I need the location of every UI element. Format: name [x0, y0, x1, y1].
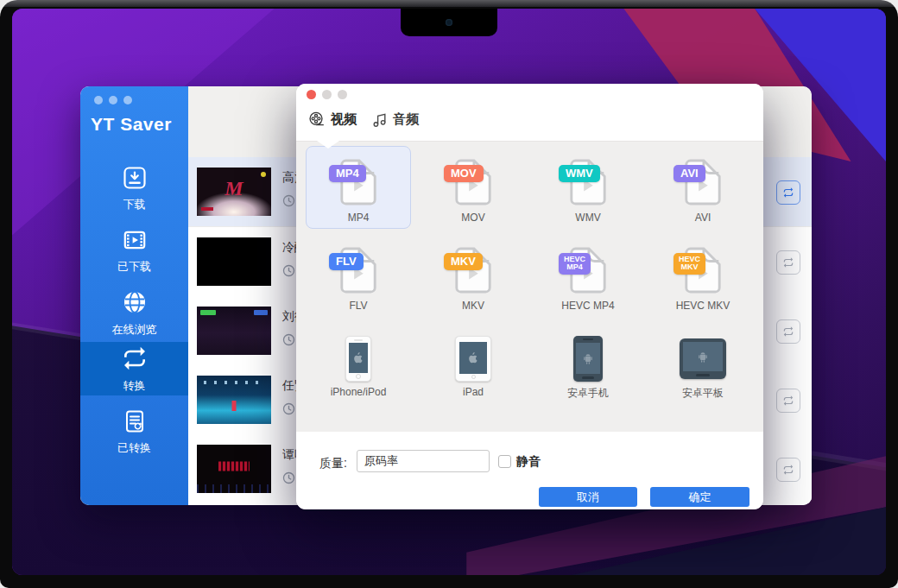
- sidebar-item-label: 在线浏览: [112, 322, 157, 338]
- sidebar-item-converted[interactable]: 已转换: [80, 404, 188, 459]
- format-card-mov[interactable]: MOV MOV: [421, 147, 525, 228]
- repeat-icon: [782, 395, 794, 407]
- sidebar-item-convert[interactable]: 转换: [80, 342, 188, 395]
- format-badge: MP4: [329, 165, 366, 182]
- ok-button[interactable]: 确定: [650, 487, 749, 507]
- ipad-icon: [455, 336, 491, 382]
- format-badge: MKV: [444, 253, 483, 270]
- window-controls: [94, 96, 132, 104]
- video-thumbnail: M: [197, 168, 271, 216]
- sidebar: YT Saver 下载: [80, 86, 188, 505]
- quality-label: 质量:: [319, 456, 347, 471]
- android-phone-icon: [573, 336, 603, 382]
- file-icon: HEVC MKV: [682, 245, 724, 295]
- sidebar-item-browse[interactable]: 在线浏览: [80, 285, 188, 340]
- device-card-ipad[interactable]: iPad: [421, 323, 525, 404]
- device-card-iphone[interactable]: iPhone/iPod: [307, 323, 410, 404]
- format-label: MKV: [462, 300, 484, 312]
- minimize-button[interactable]: [109, 96, 117, 104]
- format-label: WMV: [575, 212, 600, 224]
- download-icon: [122, 165, 148, 191]
- format-badge: WMV: [559, 165, 600, 182]
- format-label: MOV: [461, 212, 484, 224]
- sidebar-item-label: 已转换: [117, 440, 151, 456]
- format-label: AVI: [695, 212, 711, 224]
- video-thumbnail: [197, 307, 271, 355]
- format-label: MP4: [348, 212, 370, 224]
- apple-logo-icon: [469, 352, 478, 364]
- mute-checkbox[interactable]: [498, 455, 511, 468]
- cancel-button[interactable]: 取消: [539, 487, 637, 507]
- file-icon: HEVC MP4: [567, 245, 609, 295]
- video-thumbnail: [197, 376, 271, 424]
- android-robot-icon: [581, 351, 595, 365]
- sidebar-item-download[interactable]: 下载: [80, 161, 188, 216]
- music-note-icon: [370, 111, 388, 128]
- camera-icon: [446, 19, 452, 26]
- app-title: YT Saver: [91, 114, 172, 135]
- dialog-footer: 质量: 静音 取消 确定: [296, 432, 763, 509]
- android-tablet-icon: [680, 338, 726, 379]
- laptop-frame: YT Saver 下载: [0, 0, 898, 588]
- tab-audio[interactable]: 音频: [370, 111, 419, 128]
- iphone-icon: [345, 336, 371, 382]
- active-tab-pointer: [317, 141, 339, 149]
- format-card-mp4[interactable]: MP4 MP4: [306, 146, 411, 229]
- video-thumbnail: [197, 237, 271, 286]
- row-convert-button[interactable]: [776, 389, 800, 413]
- format-card-hevc-mp4[interactable]: HEVC MP4 HEVC MP4: [536, 235, 640, 316]
- display-notch: [401, 9, 497, 36]
- format-card-hevc-mkv[interactable]: HEVC MKV HEVC MKV: [651, 235, 755, 316]
- clock-icon: [282, 264, 295, 277]
- repeat-icon: [782, 256, 794, 269]
- format-label: HEVC MKV: [676, 300, 730, 312]
- clock-icon: [282, 402, 295, 415]
- tab-label: 音频: [393, 111, 419, 128]
- repeat-icon: [782, 464, 794, 476]
- clock-icon: [282, 333, 295, 346]
- android-robot-icon: [696, 350, 710, 364]
- tab-video[interactable]: 视频: [307, 111, 357, 129]
- close-button[interactable]: [94, 96, 103, 104]
- quality-input[interactable]: [357, 450, 490, 472]
- file-icon: FLV: [338, 245, 379, 295]
- format-badge: MOV: [444, 165, 484, 182]
- format-card-flv[interactable]: FLV FLV: [307, 235, 410, 316]
- device-card-android-tablet[interactable]: 安卓平板: [651, 323, 755, 404]
- device-label: 安卓手机: [567, 386, 609, 401]
- format-badge: HEVC MKV: [674, 253, 705, 275]
- file-icon: MP4: [338, 157, 379, 207]
- row-convert-button[interactable]: [776, 319, 800, 344]
- format-badge: HEVC MP4: [559, 253, 591, 275]
- sidebar-item-label: 转换: [123, 378, 146, 394]
- format-badge: FLV: [329, 253, 364, 270]
- format-card-wmv[interactable]: WMV WMV: [536, 147, 640, 228]
- file-icon: MOV: [452, 157, 494, 207]
- clock-icon: [282, 194, 295, 207]
- row-convert-button[interactable]: [776, 250, 800, 275]
- zoom-button[interactable]: [123, 96, 132, 104]
- convert-icon: [121, 345, 149, 372]
- tab-label: 视频: [331, 111, 357, 128]
- format-card-avi[interactable]: AVI AVI: [651, 147, 755, 228]
- clock-icon: [282, 471, 295, 484]
- file-icon: MKV: [452, 245, 494, 295]
- format-label: HEVC MP4: [561, 300, 614, 312]
- format-card-mkv[interactable]: MKV MKV: [421, 235, 525, 316]
- device-card-android-phone[interactable]: 安卓手机: [536, 323, 640, 404]
- screen: YT Saver 下载: [12, 9, 886, 575]
- minimize-button[interactable]: [322, 90, 332, 99]
- dialog-header: 视频 音频: [296, 84, 763, 142]
- sidebar-item-label: 已下载: [117, 259, 151, 275]
- repeat-icon: [782, 187, 794, 199]
- zoom-button[interactable]: [338, 90, 347, 99]
- device-label: iPad: [463, 386, 484, 398]
- sidebar-item-downloaded[interactable]: 已下载: [80, 223, 188, 278]
- format-dialog: 视频 音频: [296, 84, 763, 509]
- row-convert-button[interactable]: [776, 180, 800, 205]
- close-button[interactable]: [307, 90, 316, 99]
- row-convert-button[interactable]: [776, 458, 800, 482]
- file-icon: AVI: [682, 157, 724, 207]
- format-label: FLV: [349, 300, 367, 312]
- film-reel-icon: [307, 111, 326, 129]
